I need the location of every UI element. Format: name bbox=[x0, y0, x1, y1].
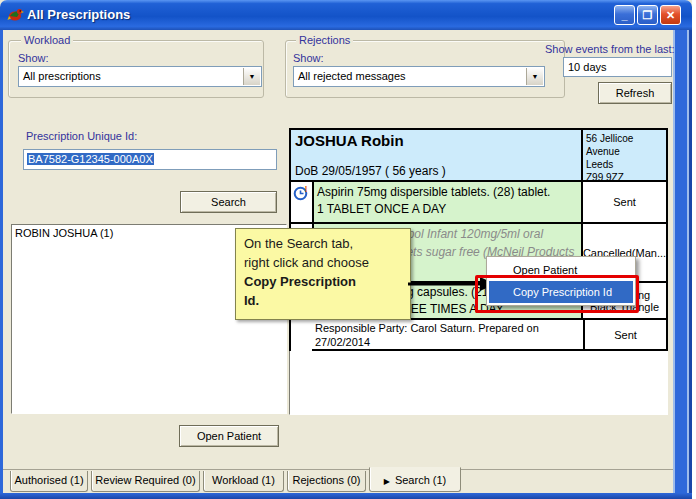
clock-alert-icon: ! bbox=[293, 184, 310, 201]
tabbar-divider bbox=[3, 469, 673, 470]
drug-name: Aspirin 75mg dispersible tablets. (28) t… bbox=[317, 184, 578, 201]
tab-authorised[interactable]: Authorised (1) bbox=[10, 471, 88, 492]
tab-search-active[interactable]: ▶Search (1) bbox=[369, 467, 461, 492]
window-border-right bbox=[673, 30, 692, 499]
window-border-bottom bbox=[0, 493, 692, 499]
status-text: Sent bbox=[614, 329, 637, 341]
drug-cell: Aspirin 75mg dispersible tablets. (28) t… bbox=[312, 182, 583, 222]
svg-text:!: ! bbox=[305, 184, 308, 194]
patient-summary: JOSHUA Robin DoB 29/05/1957 ( 56 years ) bbox=[291, 130, 581, 180]
status-cell: Sent bbox=[583, 182, 666, 222]
app-icon bbox=[7, 6, 24, 23]
patient-address: 56 Jellicoe Avenue Leeds Z99 9ZZ bbox=[581, 130, 666, 180]
rejections-show-dropdown[interactable]: All rejected messages ▼ bbox=[293, 66, 545, 87]
chevron-down-icon[interactable]: ▼ bbox=[243, 68, 260, 85]
prescription-id-label: Prescription Unique Id: bbox=[26, 130, 137, 142]
workload-group-label: Workload bbox=[21, 34, 73, 46]
title-bar: All Prescriptions _ ❐ ✕ bbox=[0, 0, 692, 30]
prescription-row[interactable]: ! Aspirin 75mg dispersible tablets. (28)… bbox=[291, 180, 666, 222]
tab-rejections[interactable]: Rejections (0) bbox=[287, 471, 366, 492]
tab-search-label: Search (1) bbox=[395, 474, 446, 486]
close-button-icon[interactable]: ✕ bbox=[660, 5, 681, 25]
event-icon-cell: ! bbox=[291, 182, 312, 222]
workload-show-dropdown[interactable]: All prescriptions ▼ bbox=[18, 66, 262, 87]
tab-workload[interactable]: Workload (1) bbox=[203, 471, 284, 492]
status-cell: Sent bbox=[583, 320, 666, 349]
patient-name: JOSHUA Robin bbox=[295, 132, 577, 149]
annotation-highlight-box bbox=[475, 275, 639, 313]
drug-dose: 1 TABLET ONCE A DAY bbox=[317, 201, 578, 218]
active-tab-marker-icon: ▶ bbox=[384, 477, 390, 486]
chevron-down-icon[interactable]: ▼ bbox=[526, 68, 543, 85]
address-line: Leeds bbox=[586, 158, 663, 171]
prescription-id-value: BA7582-G12345-000A0X bbox=[27, 153, 154, 165]
callout-line: right click and choose bbox=[244, 253, 402, 272]
prescription-row[interactable]: Responsible Party: Carol Saturn. Prepare… bbox=[312, 318, 666, 351]
annotation-callout: On the Search tab, right click and choos… bbox=[235, 228, 411, 320]
minimize-button-icon[interactable]: _ bbox=[614, 5, 635, 25]
window-title: All Prescriptions bbox=[27, 7, 130, 22]
prescription-id-input[interactable]: BA7582-G12345-000A0X bbox=[23, 149, 277, 170]
responsible-party-cell: Responsible Party: Carol Saturn. Prepare… bbox=[312, 320, 583, 349]
rejections-show-value: All rejected messages bbox=[298, 70, 406, 82]
callout-line: On the Search tab, bbox=[244, 234, 402, 253]
rejections-show-label: Show: bbox=[293, 52, 324, 64]
events-filter-label: Show events from the last: bbox=[545, 43, 675, 55]
patient-header-row[interactable]: JOSHUA Robin DoB 29/05/1957 ( 56 years )… bbox=[291, 130, 666, 180]
app-window: All Prescriptions _ ❐ ✕ Workload Show: A… bbox=[0, 0, 692, 499]
status-text: Sent bbox=[613, 196, 636, 208]
workload-show-value: All prescriptions bbox=[23, 70, 101, 82]
events-days-input[interactable]: 10 days bbox=[563, 57, 672, 77]
window-border-left bbox=[0, 30, 3, 499]
tab-review-required[interactable]: Review Required (0) bbox=[91, 471, 200, 492]
search-button[interactable]: Search bbox=[180, 191, 277, 213]
address-line: 56 Jellicoe Avenue bbox=[586, 132, 663, 158]
rejections-group-label: Rejections bbox=[296, 34, 353, 46]
refresh-button[interactable]: Refresh bbox=[598, 82, 672, 104]
workload-show-label: Show: bbox=[18, 52, 49, 64]
patient-dob: DoB 29/05/1957 ( 56 years ) bbox=[295, 164, 577, 178]
open-patient-button[interactable]: Open Patient bbox=[179, 425, 279, 447]
maximize-button-icon[interactable]: ❐ bbox=[637, 5, 658, 25]
callout-line-bold: Copy Prescription bbox=[244, 272, 402, 291]
callout-line-bold: Id. bbox=[244, 291, 402, 310]
